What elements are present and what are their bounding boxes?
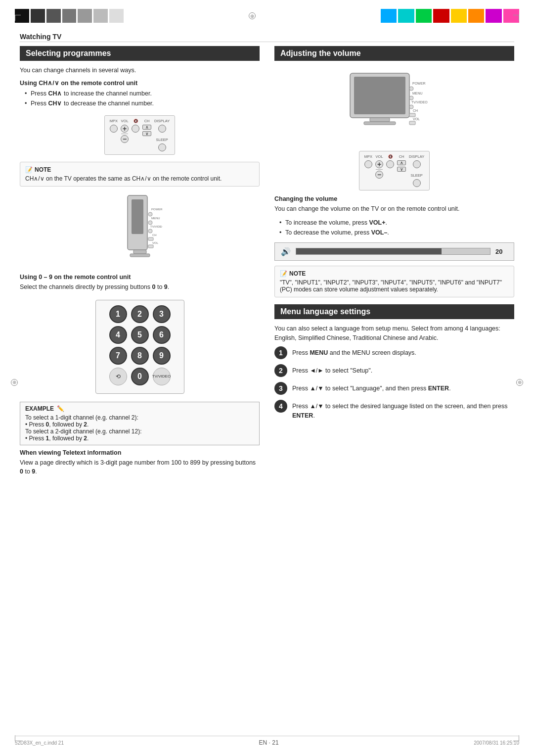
numpad-4: 4 — [109, 326, 127, 344]
sleep-label-r: SLEEP — [411, 173, 423, 178]
step-text-4: Press ▲/▼ to select the desired language… — [292, 400, 514, 421]
col-right-volume: Adjusting the volume POWER MENU TV/VIDEO — [274, 46, 514, 480]
speaker-col: 🔇 — [132, 119, 139, 133]
svg-rect-27 — [409, 121, 415, 125]
color-block — [381, 9, 397, 23]
numpad-container: 1 2 3 4 5 6 7 8 9 ⟲ — [20, 296, 260, 398]
svg-text:TV/VIDEO: TV/VIDEO — [411, 100, 428, 104]
display-label-r: DISPLAY — [409, 154, 424, 159]
plus-icon-r: + — [377, 160, 381, 168]
svg-point-7 — [148, 221, 152, 225]
color-block — [468, 9, 484, 23]
ch-down-btn: ∨ — [142, 131, 151, 136]
ch-label-r: CH — [399, 154, 404, 159]
volume-bar-container: 🔊 20 — [274, 242, 514, 261]
color-block — [62, 9, 77, 23]
col-left-selecting: Selecting programmes You can change chan… — [20, 46, 260, 480]
svg-text:POWER: POWER — [412, 82, 425, 85]
remote-top-right-illustration: MPX VOL + − 🔇 — [359, 151, 430, 190]
color-block — [46, 9, 61, 23]
volume-speaker-icon: 🔊 — [281, 247, 291, 256]
numpad-8: 8 — [131, 347, 149, 365]
numpad-0: 0 — [131, 368, 149, 385]
remote-top-illustration: MPX VOL + − 🔇 — [104, 115, 175, 155]
step-text-3: Press ▲/▼ to select "Language", and then… — [292, 382, 451, 393]
numpad-special: ⟲ — [109, 368, 127, 385]
page-footer: 52D83X_en_c.indd 21 EN · 21 2007/08/31 1… — [15, 736, 519, 746]
vol-col: VOL + − — [121, 119, 129, 143]
top-color-bar: ⊕ — [15, 9, 519, 23]
two-column-layout: Selecting programmes You can change chan… — [20, 46, 514, 480]
step-num-4: 4 — [274, 400, 287, 413]
display-label: DISPLAY — [154, 119, 170, 123]
note-label-1: NOTE — [35, 166, 51, 173]
color-block — [93, 9, 108, 23]
right-circle-mark: ⊕ — [516, 378, 523, 386]
numpad-3: 3 — [153, 305, 171, 323]
numpad-1: 1 — [109, 305, 127, 323]
svg-text:MENU: MENU — [412, 92, 423, 95]
changing-volume-subheading: Changing the volume — [274, 195, 514, 202]
svg-rect-2 — [134, 250, 146, 254]
svg-text:VOL: VOL — [413, 117, 420, 121]
color-block — [433, 9, 449, 23]
example-line-3: To select a 2-digit channel (e.g. channe… — [25, 428, 254, 435]
numpad-row-3: 7 8 9 — [101, 347, 179, 365]
svg-point-9 — [148, 229, 152, 233]
ch-down-btn-r: ∨ — [397, 167, 406, 172]
svg-text:MENU: MENU — [151, 217, 160, 220]
mpx-btn — [110, 125, 118, 133]
tv-side-left-container: POWER MENU TV/VIDEO CH VOL — [20, 190, 260, 270]
example-line-1: To select a 1-digit channel (e.g. channe… — [25, 414, 254, 421]
numpad-2: 2 — [131, 305, 149, 323]
selecting-programmes-title: Selecting programmes — [20, 46, 260, 61]
ch-up-btn: ∧ — [142, 125, 151, 130]
vol-minus-btn: − — [121, 135, 129, 143]
numpad-body: Select the channels directly by pressing… — [20, 283, 260, 292]
volume-bullets: To increase the volume, press VOL+. To d… — [274, 218, 514, 237]
ch-up-btn-r: ∧ — [397, 160, 406, 165]
vol-increase-bullet: To increase the volume, press VOL+. — [279, 218, 514, 228]
numpad-6: 6 — [153, 326, 171, 344]
svg-rect-17 — [364, 122, 396, 125]
minus-icon: − — [123, 135, 127, 143]
color-block — [109, 9, 124, 23]
step-num-2: 2 — [274, 364, 287, 377]
svg-point-23 — [409, 105, 413, 109]
sleep-btn — [158, 143, 166, 151]
numpad-row-1: 1 2 3 — [101, 305, 179, 323]
corner-mark-tr — [513, 15, 519, 21]
mpx-col-r: MPX — [364, 154, 372, 168]
example-box: EXAMPLE ✏️ To select a 1-digit channel (… — [20, 402, 260, 445]
teletext-body: View a page directly which is 3-digit pa… — [20, 458, 260, 477]
sleep-label: SLEEP — [156, 138, 168, 142]
remote-panel-top: MPX VOL + − 🔇 — [20, 112, 260, 158]
note-box-1: 📝 NOTE CH∧/∨ on the TV operates the same… — [20, 162, 260, 187]
ch-up-bullet: Press CH∧ to increase the channel number… — [25, 89, 260, 98]
footer-page-number: EN · 21 — [259, 739, 279, 746]
sleep-btn-r — [413, 179, 421, 187]
top-bar-left-grayscale — [15, 9, 124, 23]
ch-col-r: CH ∧ ∨ — [397, 154, 406, 172]
numpad-row-2: 4 5 6 — [101, 326, 179, 344]
top-bar-right-colors — [381, 9, 519, 23]
content-area: Watching TV Selecting programmes You can… — [20, 33, 514, 480]
numpad-tvvideo: TV/VIDEO — [153, 368, 171, 385]
example-line-2: • Press 0, followed by 2. — [25, 421, 254, 428]
example-label: EXAMPLE — [25, 405, 54, 412]
display-btn — [158, 125, 166, 133]
vol-plus-btn: + — [121, 125, 129, 133]
tv-side-illustration-left: POWER MENU TV/VIDEO CH VOL — [118, 190, 162, 270]
ch-col: CH ∧ ∨ — [142, 119, 151, 136]
speaker-label: 🔇 — [134, 119, 138, 123]
menu-language-title: Menu language settings — [274, 304, 514, 319]
numpad-subheading: Using 0 – 9 on the remote control unit — [20, 274, 260, 281]
speaker-col-r: 🔇 — [386, 154, 394, 168]
numpad-illustration: 1 2 3 4 5 6 7 8 9 ⟲ — [95, 300, 184, 394]
svg-rect-11 — [148, 237, 153, 240]
note-text-1: CH∧/∨ on the TV operates the same as CH∧… — [25, 175, 254, 182]
vol-label-r: VOL — [376, 154, 383, 159]
svg-text:VOL: VOL — [152, 241, 159, 244]
ch-down-bullet: Press CH∨ to decrease the channel number… — [25, 98, 260, 108]
color-block — [486, 9, 501, 23]
